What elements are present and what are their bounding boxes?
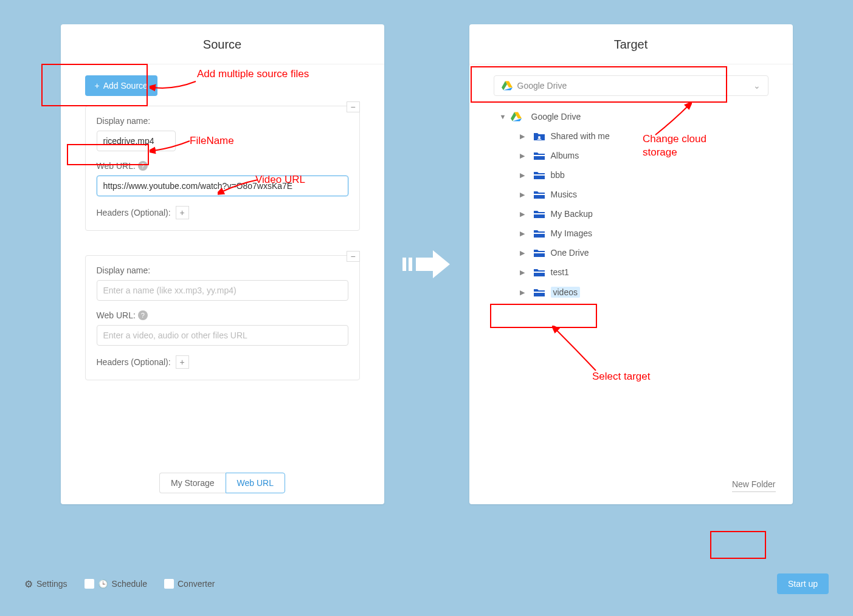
schedule-toggle[interactable]: 🕒 Schedule bbox=[85, 579, 147, 589]
display-name-label: Display name: bbox=[97, 265, 348, 275]
tree-item-label: My Backup bbox=[551, 209, 593, 219]
tree-item-label: videos bbox=[551, 287, 580, 298]
svg-rect-0 bbox=[402, 258, 406, 271]
clock-icon: 🕒 bbox=[98, 579, 108, 589]
google-drive-icon bbox=[502, 81, 513, 91]
svg-rect-10 bbox=[534, 292, 545, 293]
source-panel: Source + Add Source − Display name: Web … bbox=[61, 24, 384, 504]
tree-item[interactable]: ▶Musics bbox=[517, 185, 768, 204]
tree-item-label: test1 bbox=[551, 267, 569, 277]
tree-item-label: One Drive bbox=[551, 248, 589, 258]
tree-root-label: Google Drive bbox=[531, 112, 581, 121]
caret-right-icon: ▶ bbox=[519, 230, 525, 238]
source-card: − Display name: Web URL: ? Headers (Opti… bbox=[85, 106, 360, 231]
help-icon[interactable]: ? bbox=[138, 161, 148, 171]
caret-right-icon: ▶ bbox=[519, 269, 525, 276]
web-url-input[interactable] bbox=[97, 325, 348, 346]
web-url-input[interactable] bbox=[97, 176, 348, 196]
tree-item[interactable]: ▶Albums bbox=[517, 146, 768, 165]
add-source-label: Add Source bbox=[103, 81, 148, 91]
help-icon[interactable]: ? bbox=[138, 310, 148, 320]
converter-toggle[interactable]: Converter bbox=[164, 579, 215, 589]
tree-item[interactable]: ▶videos bbox=[517, 282, 768, 303]
tree-item-label: Musics bbox=[551, 190, 578, 199]
tree-item[interactable]: ▶Shared with me bbox=[517, 126, 768, 146]
svg-rect-7 bbox=[534, 233, 545, 234]
svg-rect-9 bbox=[534, 272, 545, 273]
settings-label: Settings bbox=[36, 579, 67, 589]
annotation-box bbox=[710, 531, 766, 559]
headers-label: Headers (Optional): bbox=[97, 357, 171, 367]
caret-right-icon: ▶ bbox=[519, 171, 525, 179]
caret-right-icon: ▶ bbox=[519, 210, 525, 218]
caret-right-icon: ▶ bbox=[519, 191, 525, 199]
shared-folder-icon bbox=[534, 132, 545, 140]
startup-button[interactable]: Start up bbox=[777, 573, 829, 594]
web-url-label: Web URL: bbox=[97, 310, 136, 320]
caret-right-icon: ▶ bbox=[519, 249, 525, 257]
caret-down-icon: ▼ bbox=[500, 113, 506, 120]
checkbox-icon bbox=[85, 579, 94, 589]
target-panel: Target Google Drive ⌄ ▼ bbox=[469, 24, 793, 504]
remove-source-button[interactable]: − bbox=[347, 101, 360, 112]
caret-right-icon: ▶ bbox=[519, 152, 525, 160]
gear-icon: ⚙ bbox=[24, 578, 33, 590]
source-card: − Display name: Web URL: ? Headers (Opti… bbox=[85, 255, 360, 380]
tree-item[interactable]: ▶My Backup bbox=[517, 204, 768, 224]
svg-point-2 bbox=[538, 136, 540, 139]
tree-item[interactable]: ▶One Drive bbox=[517, 243, 768, 262]
headers-label: Headers (Optional): bbox=[97, 208, 171, 217]
target-title: Target bbox=[469, 24, 793, 64]
folder-icon bbox=[534, 288, 545, 296]
selected-drive-label: Google Drive bbox=[517, 81, 567, 91]
tree-item-label: bbb bbox=[551, 170, 565, 180]
tab-my-storage[interactable]: My Storage bbox=[159, 473, 226, 493]
folder-icon bbox=[534, 190, 545, 199]
svg-rect-4 bbox=[534, 174, 545, 176]
folder-icon bbox=[534, 210, 545, 218]
caret-right-icon: ▶ bbox=[519, 289, 525, 296]
add-header-button[interactable]: + bbox=[176, 206, 189, 219]
tree-item[interactable]: ▶My Images bbox=[517, 224, 768, 243]
folder-icon bbox=[534, 229, 545, 238]
google-drive-icon bbox=[511, 112, 522, 121]
svg-rect-1 bbox=[409, 258, 412, 271]
plus-icon: + bbox=[95, 81, 100, 91]
web-url-label: Web URL: bbox=[97, 161, 136, 171]
tree-root[interactable]: ▼ Google Drive bbox=[500, 109, 768, 124]
remove-source-button[interactable]: − bbox=[347, 251, 360, 262]
converter-label: Converter bbox=[178, 579, 215, 589]
display-name-input[interactable] bbox=[97, 280, 348, 301]
footer: ⚙ Settings 🕒 Schedule Converter Start up bbox=[24, 573, 829, 594]
folder-icon bbox=[534, 268, 545, 276]
display-name-input[interactable] bbox=[97, 131, 176, 151]
add-header-button[interactable]: + bbox=[176, 355, 189, 369]
folder-icon bbox=[534, 151, 545, 160]
svg-rect-5 bbox=[534, 194, 545, 195]
add-source-button[interactable]: + Add Source bbox=[85, 75, 157, 96]
tree-item-label: My Images bbox=[551, 228, 592, 238]
checkbox-icon bbox=[164, 579, 174, 589]
caret-right-icon: ▶ bbox=[519, 132, 525, 140]
folder-icon bbox=[534, 248, 545, 257]
schedule-label: Schedule bbox=[112, 579, 147, 589]
svg-rect-8 bbox=[534, 252, 545, 253]
settings-button[interactable]: ⚙ Settings bbox=[24, 578, 67, 590]
svg-rect-3 bbox=[534, 155, 545, 156]
display-name-label: Display name: bbox=[97, 116, 348, 126]
tree-item-label: Albums bbox=[551, 151, 579, 160]
new-folder-button[interactable]: New Folder bbox=[732, 479, 776, 492]
chevron-down-icon: ⌄ bbox=[753, 81, 761, 91]
folder-icon bbox=[534, 171, 545, 179]
tree-item[interactable]: ▶bbb bbox=[517, 165, 768, 185]
svg-rect-6 bbox=[534, 213, 545, 214]
cloud-storage-select[interactable]: Google Drive ⌄ bbox=[494, 75, 768, 96]
tree-item-label: Shared with me bbox=[551, 131, 610, 141]
source-title: Source bbox=[61, 24, 384, 64]
transfer-arrow-icon bbox=[402, 249, 451, 279]
tree-item[interactable]: ▶test1 bbox=[517, 262, 768, 282]
tab-web-url[interactable]: Web URL bbox=[226, 473, 285, 493]
